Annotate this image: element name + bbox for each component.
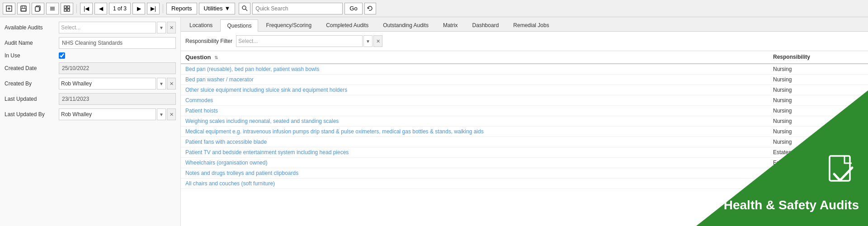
table-row: Weighing scales including neonatal, seat…: [181, 116, 868, 127]
last-btn[interactable]: ▶|: [147, 3, 160, 14]
svg-rect-7: [35, 7, 39, 11]
sidebar: Available Audits Select... ▼ ✕ Audit Nam…: [0, 17, 181, 226]
available-audits-row: Available Audits Select... ▼ ✕: [5, 22, 176, 33]
brand-title: Health & Safety Audits: [724, 198, 859, 212]
svg-rect-5: [21, 9, 26, 11]
cell-responsibility: Nursing: [773, 66, 863, 72]
tab-locations[interactable]: Locations: [183, 19, 219, 31]
audit-name-label: Audit Name: [5, 40, 59, 46]
page-info: 1 of 3: [109, 3, 131, 14]
toolbar-sep-2: [163, 4, 163, 13]
table-row: Patient hoists Nursing: [181, 106, 868, 116]
svg-rect-11: [64, 6, 66, 8]
next-btn[interactable]: ▶: [132, 3, 145, 14]
utilities-button[interactable]: Utilities ▼: [199, 3, 236, 14]
cell-question[interactable]: Bed pan washer / macerator: [185, 76, 773, 83]
table-row: Other sluice equipment including sluice …: [181, 85, 868, 95]
in-use-checkbox-container: [59, 52, 65, 59]
last-updated-by-arrow[interactable]: ▼: [157, 108, 166, 120]
main-toolbar: |◀ ◀ 1 of 3 ▶ ▶| Reports Utilities ▼ Go: [0, 0, 868, 17]
table-row: Wheelchairs (organisation owned) Estates: [181, 158, 868, 168]
filter-select-container: Select... ▼ ✕: [236, 35, 382, 47]
tab-remedial[interactable]: Remedial Jobs: [506, 19, 556, 31]
copy-btn[interactable]: [32, 3, 44, 14]
new-btn[interactable]: [3, 3, 15, 14]
in-use-row: In Use: [5, 52, 176, 59]
tab-questions[interactable]: Questions: [220, 19, 258, 32]
audit-name-input[interactable]: [59, 37, 176, 49]
tab-dashboard[interactable]: Dashboard: [466, 19, 506, 31]
svg-rect-14: [67, 9, 70, 11]
toolbar-sep-1: [76, 4, 77, 13]
table-header: Question ⇅ Responsibility: [181, 51, 868, 64]
last-updated-input: [59, 93, 176, 105]
last-updated-label: Last Updated: [5, 96, 59, 102]
svg-line-16: [245, 9, 247, 11]
cell-question[interactable]: Medical equipment e.g. intravenous infus…: [185, 128, 773, 135]
list-btn[interactable]: [46, 3, 59, 14]
tab-completed[interactable]: Completed Audits: [319, 19, 375, 31]
table-row: Patient TV and bedside entertainment sys…: [181, 147, 868, 158]
grid-btn[interactable]: [61, 3, 73, 14]
table-row: Medical equipment e.g. intravenous infus…: [181, 127, 868, 137]
table-row: Bed pan washer / macerator Nursing: [181, 75, 868, 85]
svg-rect-13: [64, 9, 66, 11]
table-row: Commodes Nursing: [181, 95, 868, 106]
available-audits-arrow[interactable]: ▼: [157, 22, 166, 33]
svg-point-15: [242, 6, 246, 9]
tab-matrix[interactable]: Matrix: [436, 19, 465, 31]
go-button[interactable]: Go: [344, 3, 362, 14]
svg-rect-17: [830, 156, 850, 181]
created-by-select[interactable]: Rob Whalley: [59, 78, 156, 89]
created-by-arrow[interactable]: ▼: [157, 78, 166, 89]
svg-rect-12: [67, 6, 70, 8]
cell-question[interactable]: Bed pan (reusable), bed pan holder, pati…: [185, 66, 773, 72]
document-check-icon: [827, 155, 859, 193]
cell-question[interactable]: Wheelchairs (organisation owned): [185, 160, 773, 166]
cell-responsibility: Nursing: [773, 87, 863, 93]
in-use-checkbox[interactable]: [59, 52, 65, 59]
filter-clear[interactable]: ✕: [373, 35, 382, 47]
cell-question[interactable]: Commodes: [185, 97, 773, 104]
table-row: Bed pan (reusable), bed pan holder, pati…: [181, 64, 868, 75]
col-question-header: Question ⇅: [185, 54, 773, 61]
responsibility-filter-select[interactable]: Select...: [236, 35, 363, 47]
last-updated-by-label: Last Updated By: [5, 111, 59, 118]
prev-btn[interactable]: ◀: [94, 3, 107, 14]
cell-question[interactable]: Patient TV and bedside entertainment sys…: [185, 149, 773, 155]
first-btn[interactable]: |◀: [80, 3, 93, 14]
cell-question[interactable]: Patient hoists: [185, 108, 773, 114]
filter-label: Responsibility Filter: [185, 38, 232, 44]
refresh-button[interactable]: [364, 3, 376, 14]
reports-button[interactable]: Reports: [166, 3, 197, 14]
search-area: Go: [239, 3, 376, 14]
audit-name-row: Audit Name: [5, 37, 176, 49]
question-sort-icon[interactable]: ⇅: [214, 55, 218, 60]
available-audits-clear[interactable]: ✕: [167, 22, 176, 33]
created-by-label: Created By: [5, 80, 59, 87]
cell-question[interactable]: All chairs and couches (soft furniture): [185, 180, 773, 187]
available-audits-label: Available Audits: [5, 24, 59, 31]
quick-search-input[interactable]: [252, 3, 343, 14]
filter-bar: Responsibility Filter Select... ▼ ✕: [181, 32, 868, 51]
last-updated-by-select-container: Rob Whalley ▼ ✕: [59, 108, 176, 120]
available-audits-select[interactable]: Select...: [59, 22, 156, 33]
created-date-row: Created Date: [5, 62, 176, 74]
tabs-bar: Locations Questions Frequency/Scoring Co…: [181, 17, 868, 32]
cell-question[interactable]: Notes and drugs trolleys and patient cli…: [185, 170, 773, 176]
table-row: Patient fans with accessible blade Nursi…: [181, 137, 868, 147]
cell-question[interactable]: Other sluice equipment including sluice …: [185, 87, 773, 93]
search-icon-btn[interactable]: [239, 3, 250, 14]
last-updated-by-select[interactable]: Rob Whalley: [59, 108, 156, 120]
tab-outstanding[interactable]: Outstanding Audits: [376, 19, 435, 31]
filter-arrow[interactable]: ▼: [363, 35, 373, 47]
cell-question[interactable]: Weighing scales including neonatal, seat…: [185, 118, 773, 124]
save-btn[interactable]: [17, 3, 30, 14]
created-date-input: [59, 62, 176, 74]
cell-question[interactable]: Patient fans with accessible blade: [185, 139, 773, 145]
cell-responsibility: Nursing: [773, 76, 863, 83]
created-by-clear[interactable]: ✕: [167, 78, 176, 89]
tab-frequency[interactable]: Frequency/Scoring: [259, 19, 318, 31]
last-updated-by-clear[interactable]: ✕: [167, 108, 176, 120]
cell-responsibility: Nursing: [773, 97, 863, 104]
